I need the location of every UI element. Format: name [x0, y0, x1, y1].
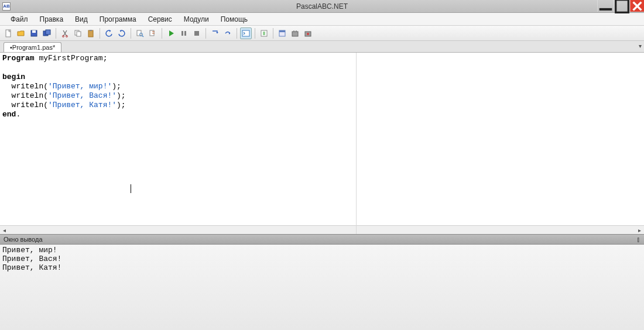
menu-edit[interactable]: Правка — [34, 13, 70, 25]
form-designer-icon[interactable] — [276, 28, 288, 39]
code-text: writeln( — [2, 91, 48, 100]
code-text: writeln( — [2, 82, 48, 91]
svg-rect-17 — [194, 31, 199, 36]
menu-view[interactable]: Вид — [69, 13, 94, 25]
cut-icon[interactable] — [59, 28, 71, 39]
menu-file[interactable]: Файл — [5, 13, 34, 25]
menu-bar: Файл Правка Вид Программа Сервис Модули … — [0, 13, 644, 26]
string-literal: 'Привет, Катя!' — [48, 101, 117, 109]
output-line: Привет, Вася! — [2, 255, 61, 263]
toolbar-separator — [162, 28, 162, 39]
redo-icon[interactable] — [116, 28, 128, 39]
console-icon[interactable] — [240, 28, 252, 39]
menu-help[interactable]: Помощь — [215, 13, 254, 25]
output-panel-title: Окно вывода — [4, 236, 43, 243]
tab-active[interactable]: •Program1.pas* — [4, 42, 61, 52]
menu-modules[interactable]: Модули — [178, 13, 215, 25]
title-bar: AB PascalABC.NET — [0, 0, 644, 13]
window-title: PascalABC.NET — [0, 2, 644, 11]
output-panel-header: Окно вывода ⫿ — [0, 234, 644, 245]
toolbar-separator — [131, 28, 131, 39]
toolbar — [0, 26, 644, 41]
code-text: ); — [117, 101, 126, 109]
svg-rect-0 — [616, 0, 629, 12]
step-over-icon[interactable] — [222, 28, 234, 39]
code-editor[interactable]: Program myFirstProgram; begin writeln('П… — [0, 53, 644, 234]
save-icon[interactable] — [28, 28, 40, 39]
string-literal: 'Привет, мир!' — [48, 82, 112, 91]
toolbar-separator — [100, 28, 100, 39]
svg-rect-9 — [77, 32, 81, 36]
paste-icon[interactable] — [85, 28, 97, 39]
undo-icon[interactable] — [103, 28, 115, 39]
svg-rect-22 — [292, 32, 298, 36]
code-text: myFirstProgram; — [35, 54, 108, 63]
menu-program[interactable]: Программа — [94, 13, 142, 25]
replace-icon[interactable] — [147, 28, 159, 39]
scroll-right-icon[interactable]: ▸ — [635, 227, 644, 233]
close-button[interactable] — [630, 0, 644, 12]
svg-rect-5 — [46, 30, 50, 35]
generate-exe-icon[interactable] — [289, 28, 301, 39]
pin-icon[interactable]: ⫿ — [637, 236, 640, 243]
tab-label: •Program1.pas* — [10, 44, 55, 51]
svg-rect-21 — [279, 30, 285, 32]
toolbar-separator — [273, 28, 273, 39]
keyword-end: end — [2, 110, 16, 119]
svg-rect-11 — [90, 30, 92, 31]
new-file-icon[interactable] — [2, 28, 14, 39]
toolbar-separator — [237, 28, 237, 39]
toolbar-separator — [56, 28, 56, 39]
menu-service[interactable]: Сервис — [142, 13, 178, 25]
build-icon[interactable] — [302, 28, 314, 39]
maximize-button[interactable] — [614, 0, 630, 12]
svg-point-24 — [307, 33, 309, 35]
code-text: ); — [112, 82, 121, 91]
save-all-icon[interactable] — [41, 28, 53, 39]
step-into-icon[interactable] — [209, 28, 221, 39]
svg-rect-16 — [184, 31, 186, 36]
svg-rect-10 — [88, 30, 93, 37]
minimize-button[interactable] — [597, 0, 614, 12]
keyword-program: Program — [2, 54, 35, 63]
code-content[interactable]: Program myFirstProgram; begin writeln('П… — [0, 53, 644, 225]
output-line: Привет, мир! — [2, 246, 57, 255]
app-icon: AB — [2, 2, 11, 11]
output-line: Привет, Катя! — [2, 263, 61, 272]
scroll-left-icon[interactable]: ◂ — [0, 227, 9, 233]
keyword-begin: begin — [2, 73, 25, 81]
toolbar-separator — [205, 28, 206, 39]
string-literal: 'Привет, Вася!' — [48, 91, 117, 100]
svg-rect-18 — [242, 30, 249, 36]
tab-list-dropdown-icon[interactable]: ▾ — [639, 43, 642, 49]
tab-strip: •Program1.pas* ▾ — [0, 41, 644, 53]
svg-rect-15 — [181, 31, 183, 36]
horizontal-scrollbar[interactable]: ◂ ▸ — [0, 225, 644, 234]
code-text: . — [16, 110, 20, 119]
window-buttons — [597, 0, 644, 13]
stop-icon[interactable] — [191, 28, 203, 39]
code-text: writeln( — [2, 101, 48, 109]
compile-icon[interactable] — [258, 28, 270, 39]
code-text: ); — [117, 91, 126, 100]
toolbar-separator — [255, 28, 255, 39]
copy-icon[interactable] — [72, 28, 84, 39]
open-file-icon[interactable] — [15, 28, 27, 39]
find-icon[interactable] — [134, 28, 146, 39]
run-icon[interactable] — [165, 28, 177, 39]
output-panel-body[interactable]: Привет, мир! Привет, Вася! Привет, Катя! — [0, 245, 644, 330]
pause-icon[interactable] — [178, 28, 190, 39]
svg-rect-3 — [32, 30, 36, 33]
